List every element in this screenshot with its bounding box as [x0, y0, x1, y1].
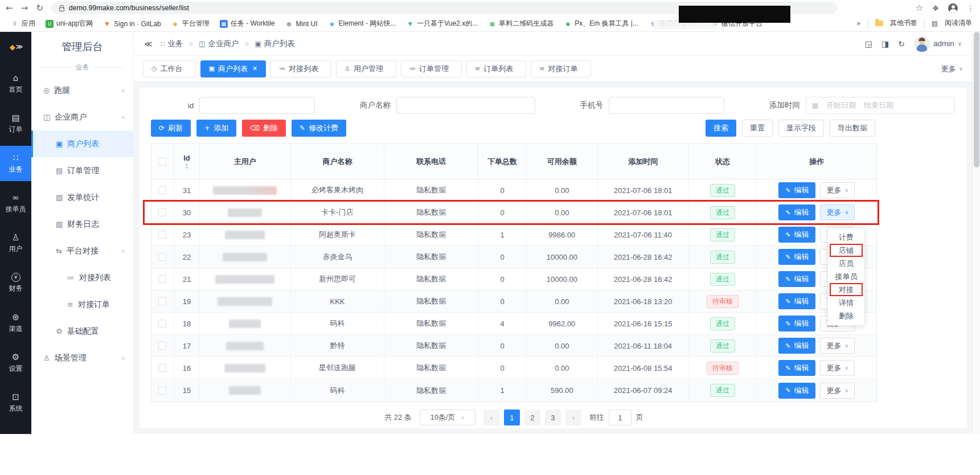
menu-item[interactable]: ≔ 对接列表: [31, 264, 133, 291]
edit-button[interactable]: ✎ 编辑: [778, 293, 815, 309]
reload-icon[interactable]: ↻: [36, 3, 43, 13]
tab[interactable]: ≔ 订单管理: [401, 60, 462, 77]
menu-item[interactable]: ⚙ 基础配置: [31, 318, 133, 345]
edit-billing-button[interactable]: ✎ 修改计费: [292, 120, 346, 137]
bookmark-item[interactable]: U uni-app官网: [42, 18, 97, 30]
breadcrumb-item[interactable]: ◫ 企业商户: [199, 39, 239, 49]
page-button[interactable]: 3: [545, 410, 561, 425]
edit-button[interactable]: ✎ 编辑: [778, 338, 815, 354]
more-button[interactable]: 更多 ∨: [820, 338, 855, 354]
bookmark-item[interactable]: ▼ 一只基于Vue2.x的...: [402, 18, 482, 30]
extensions-icon[interactable]: ❖: [932, 4, 939, 13]
row-checkbox[interactable]: [158, 186, 166, 194]
row-checkbox[interactable]: [158, 342, 166, 350]
bookmark-item[interactable]: ▦ 任务 - Worktile: [216, 18, 279, 30]
bookmark-item[interactable]: ◍ Mint UI: [281, 19, 322, 29]
menu-item[interactable]: ◎ 跑腿 ∨: [31, 77, 133, 104]
scrollbar-thumb[interactable]: [974, 32, 979, 167]
page-button[interactable]: ‹: [483, 410, 499, 425]
refresh-button[interactable]: ⟳ 刷新: [151, 120, 191, 137]
tab[interactable]: ≔ 对接列表: [270, 60, 331, 77]
rail-item[interactable]: ∞ 接单员: [0, 186, 31, 221]
more-button[interactable]: 更多 ∨: [820, 204, 855, 220]
id-input[interactable]: [199, 97, 315, 114]
tab[interactable]: ◷ 工作台: [143, 60, 196, 77]
show-fields-button[interactable]: 显示字段: [778, 120, 824, 137]
reset-button[interactable]: 重置: [742, 120, 773, 137]
edit-button[interactable]: ✎ 编辑: [778, 249, 815, 265]
tab[interactable]: ≡ 对接订单: [531, 60, 591, 77]
add-button[interactable]: + 添加: [196, 120, 236, 137]
edit-button[interactable]: ✎ 编辑: [778, 360, 815, 376]
rail-item[interactable]: ⌂ 首页: [0, 66, 31, 101]
rail-item[interactable]: ▤ 订单: [0, 106, 31, 141]
menu-dots-icon[interactable]: ⋮: [967, 4, 974, 13]
row-checkbox[interactable]: [158, 320, 166, 327]
merchant-name-input[interactable]: [396, 97, 535, 114]
bookmark-item[interactable]: ⠿ 应用: [7, 18, 39, 30]
profile-icon[interactable]: [948, 3, 958, 13]
refresh-page-icon[interactable]: ↻: [898, 39, 905, 48]
forward-icon[interactable]: →: [21, 3, 28, 13]
collapse-sidebar-icon[interactable]: ≪: [144, 39, 153, 48]
fullscreen-icon[interactable]: ◲: [865, 39, 872, 48]
edit-button[interactable]: ✎ 编辑: [778, 204, 815, 220]
breadcrumb-item[interactable]: ▣ 商户列表: [255, 39, 294, 49]
dropdown-item[interactable]: 详情: [828, 296, 864, 309]
more-button[interactable]: 更多 ∨: [820, 182, 855, 198]
page-button[interactable]: 1: [504, 410, 520, 425]
menu-item[interactable]: ▨ 财务日志: [31, 211, 133, 238]
delete-button[interactable]: ⌫ 删除: [242, 120, 286, 137]
user-menu[interactable]: admin ∨: [914, 36, 962, 52]
more-button[interactable]: 更多 ∨: [820, 383, 855, 399]
row-checkbox[interactable]: [158, 275, 166, 283]
edit-button[interactable]: ✎ 编辑: [778, 182, 815, 198]
sort-icon[interactable]: ▴▾: [186, 163, 188, 170]
row-checkbox[interactable]: [158, 231, 166, 239]
bookmark-item[interactable]: ▼ Sign in · GitLab: [99, 19, 165, 29]
export-button[interactable]: 导出数据: [830, 120, 875, 137]
rail-item[interactable]: ¥ 财务: [0, 265, 31, 301]
page-button[interactable]: ›: [565, 410, 581, 425]
tab[interactable]: ♙ 用户管理: [336, 60, 396, 77]
dropdown-item[interactable]: 接单员: [828, 270, 864, 283]
close-icon[interactable]: ✕: [252, 65, 257, 72]
date-range-input[interactable]: ▦ 开始日期 结束日期: [806, 97, 955, 114]
page-scrollbar[interactable]: [972, 32, 980, 434]
bookmark-star-icon[interactable]: ☆: [916, 3, 923, 13]
bookmark-item[interactable]: ◉ Element - 网站快...: [324, 18, 400, 30]
menu-item[interactable]: ▤ 订单管理: [31, 157, 133, 184]
search-button[interactable]: 搜索: [706, 120, 736, 137]
row-checkbox[interactable]: [158, 297, 166, 305]
page-size-select[interactable]: 10条/页 ∨: [420, 410, 475, 425]
bookmark-item[interactable]: ▩ 草料二维码生成器: [484, 18, 557, 30]
tab[interactable]: ▣ 商户列表 ✕: [200, 60, 266, 77]
select-all-checkbox[interactable]: [158, 158, 166, 166]
edit-button[interactable]: ✎ 编辑: [778, 383, 815, 399]
row-checkbox[interactable]: [158, 387, 166, 395]
reading-list-label[interactable]: 阅读清单: [945, 18, 972, 28]
row-checkbox[interactable]: [158, 364, 166, 372]
goto-page-input[interactable]: 1: [609, 410, 632, 425]
menu-item[interactable]: ≡ 对接订单: [31, 291, 133, 318]
back-icon[interactable]: ←: [6, 3, 13, 13]
menu-item[interactable]: ♙ 场景管理 ∨: [31, 345, 133, 371]
rail-item[interactable]: ♙ 用户: [0, 226, 31, 261]
phone-input[interactable]: [609, 97, 724, 114]
theme-icon[interactable]: ◨: [881, 39, 889, 48]
dropdown-item[interactable]: 计费: [828, 231, 864, 244]
row-checkbox[interactable]: [158, 208, 166, 216]
edit-button[interactable]: ✎ 编辑: [778, 227, 815, 243]
page-button[interactable]: 2: [524, 410, 540, 425]
more-button[interactable]: 更多 ∨: [820, 360, 855, 376]
rail-item[interactable]: ⊡ 系统: [0, 385, 31, 420]
bookmark-item[interactable]: ◉ 平台管理: [167, 18, 214, 30]
bookmarks-overflow-icon[interactable]: »: [856, 19, 861, 27]
menu-item[interactable]: ⇆ 平台对接 ∧: [31, 238, 133, 264]
bookmark-item[interactable]: ◉ Px、Em 换算工具 |...: [560, 18, 642, 30]
edit-button[interactable]: ✎ 编辑: [778, 316, 815, 331]
rail-item[interactable]: ⚙ 设置: [0, 345, 31, 380]
tab[interactable]: ≡ 订单列表: [466, 60, 526, 77]
menu-item[interactable]: ▧ 发单统计: [31, 184, 133, 211]
edit-button[interactable]: ✎ 编辑: [778, 271, 815, 287]
